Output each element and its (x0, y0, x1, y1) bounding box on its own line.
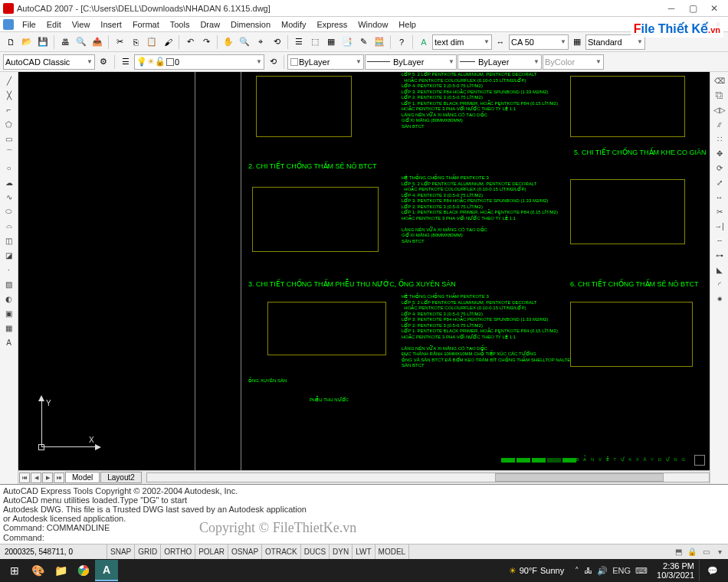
ellipse-icon[interactable]: ⬭ (2, 204, 16, 218)
menu-insert[interactable]: Insert (95, 18, 127, 31)
line-icon[interactable]: ╱ (2, 74, 16, 87)
menu-file[interactable]: File (17, 18, 41, 31)
color-combo[interactable]: ByLayer▼ (287, 54, 364, 70)
tab-layout2[interactable]: Layout2 (100, 472, 142, 483)
mtext-icon[interactable]: A (2, 335, 16, 349)
dimstyle-combo[interactable]: CA 50▼ (509, 34, 569, 50)
scale-icon[interactable]: ⤢ (713, 175, 726, 189)
explode-icon[interactable]: ✷ (713, 292, 726, 306)
communication-center-icon[interactable]: ⬒ (673, 547, 684, 557)
mdi-restore[interactable]: ❐ (697, 18, 711, 31)
toggle-osnap[interactable]: OSNAP (228, 544, 262, 559)
tab-model[interactable]: Model (65, 472, 100, 483)
zoom-realtime-icon[interactable]: 🔍 (237, 34, 252, 50)
workspace-combo[interactable]: AutoCAD Classic▼ (3, 54, 95, 70)
open-icon[interactable]: 📂 (19, 34, 34, 50)
match-properties-icon[interactable]: 🖌 (160, 34, 175, 50)
array-icon[interactable]: ∷ (713, 132, 726, 146)
linetype-combo[interactable]: ByLayer▼ (365, 54, 457, 70)
rotate-icon[interactable]: ⟳ (713, 161, 726, 175)
table-icon[interactable]: ▦ (2, 321, 16, 335)
toggle-ortho[interactable]: ORTHO (161, 544, 195, 559)
ellipse-arc-icon[interactable]: ⌓ (2, 219, 16, 233)
layer-properties-icon[interactable]: ☰ (118, 54, 133, 70)
notification-center-icon[interactable]: 💬 (699, 560, 725, 581)
fillet-icon[interactable]: ◜ (713, 277, 726, 291)
zoom-previous-icon[interactable]: ⟲ (269, 34, 284, 50)
toggle-ducs[interactable]: DUCS (301, 544, 330, 559)
command-window[interactable]: AutoCAD Express Tools Copyright © 2002-2… (0, 484, 728, 544)
help-icon[interactable]: ? (394, 34, 409, 50)
gradient-icon[interactable]: ◐ (2, 292, 16, 306)
construction-line-icon[interactable]: ╳ (2, 88, 16, 102)
menu-draw[interactable]: Draw (195, 18, 225, 31)
textstyle-combo[interactable]: text dim▼ (432, 34, 492, 50)
cut-icon[interactable]: ✂ (112, 34, 127, 50)
polyline-icon[interactable]: ⌐ (2, 103, 16, 116)
properties-icon[interactable]: ☰ (291, 34, 307, 50)
hatch-icon[interactable]: ▨ (2, 277, 16, 291)
toggle-dyn[interactable]: DYN (330, 544, 353, 559)
text-style-icon[interactable]: A (416, 34, 431, 50)
menu-dimension[interactable]: Dimension (225, 18, 276, 31)
menu-modify[interactable]: Modify (276, 18, 311, 31)
toggle-model[interactable]: MODEL (375, 544, 410, 559)
redo-icon[interactable]: ↷ (198, 34, 214, 50)
new-icon[interactable]: 🗋 (3, 34, 18, 50)
window-close[interactable]: ✕ (703, 1, 725, 16)
layer-previous-icon[interactable]: ⟲ (265, 54, 280, 70)
start-button[interactable]: ⊞ (3, 560, 26, 581)
sheet-set-icon[interactable]: 📑 (339, 34, 355, 50)
menu-edit[interactable]: Edit (41, 18, 67, 31)
spline-icon[interactable]: ∿ (2, 190, 16, 204)
tab-nav-prev[interactable]: ◀ (31, 472, 41, 483)
chamfer-icon[interactable]: ◣ (713, 263, 726, 276)
extend-icon[interactable]: →| (713, 219, 726, 233)
publish-icon[interactable]: 📤 (90, 34, 105, 50)
break-icon[interactable]: ╌ (713, 234, 726, 247)
workspace-settings-icon[interactable]: ⚙ (96, 54, 111, 70)
taskbar-chrome-icon[interactable] (72, 560, 95, 581)
offset-icon[interactable]: ⫽ (713, 117, 726, 131)
tablestyle-combo[interactable]: Standard▼ (585, 34, 645, 50)
taskbar-clock[interactable]: 2:36 PM 10/3/2021 (652, 561, 699, 580)
tab-nav-first[interactable]: ⏮ (19, 472, 30, 483)
paste-icon[interactable]: 📋 (144, 34, 159, 50)
hscroll-thumb[interactable] (495, 473, 664, 482)
taskbar-weather[interactable]: ☀ 90°F Sunny (509, 566, 565, 576)
region-icon[interactable]: ▣ (2, 306, 16, 320)
tray-network-icon[interactable]: 🖧 (584, 566, 592, 575)
menu-format[interactable]: Format (127, 18, 165, 31)
taskbar-explorer-icon[interactable]: 📁 (49, 560, 72, 581)
save-icon[interactable]: 💾 (35, 34, 51, 50)
rectangle-icon[interactable]: ▭ (2, 132, 16, 146)
tray-chevron-icon[interactable]: ˄ (575, 566, 579, 576)
move-icon[interactable]: ✥ (713, 146, 726, 160)
tool-palettes-icon[interactable]: ▦ (323, 34, 339, 50)
tray-lang[interactable]: ENG (612, 566, 631, 575)
copy-obj-icon[interactable]: ⿻ (713, 88, 726, 102)
polygon-icon[interactable]: ⬠ (2, 117, 16, 131)
zoom-window-icon[interactable]: ⌖ (253, 34, 268, 50)
stretch-icon[interactable]: ↔ (713, 190, 726, 204)
window-maximize[interactable]: ▢ (682, 1, 703, 16)
quickcalc-icon[interactable]: 🧮 (372, 34, 387, 50)
menu-express[interactable]: Express (311, 18, 353, 31)
menu-view[interactable]: View (67, 18, 96, 31)
markup-icon[interactable]: ✎ (356, 34, 371, 50)
print-preview-icon[interactable]: 🔍 (74, 34, 89, 50)
join-icon[interactable]: ⊶ (713, 248, 726, 262)
menu-window[interactable]: Window (353, 18, 393, 31)
mdi-minimize[interactable]: ─ (684, 18, 697, 31)
tray-volume-icon[interactable]: 🔊 (597, 566, 608, 576)
taskbar-autocad-icon[interactable]: A (95, 560, 118, 581)
undo-icon[interactable]: ↶ (182, 34, 198, 50)
revision-cloud-icon[interactable]: ☁ (2, 175, 16, 189)
tab-nav-last[interactable]: ⏭ (54, 472, 64, 483)
make-block-icon[interactable]: ◪ (2, 248, 16, 262)
erase-icon[interactable]: ⌫ (713, 74, 726, 87)
window-minimize[interactable]: ─ (661, 1, 682, 16)
toggle-snap[interactable]: SNAP (107, 544, 135, 559)
tab-nav-next[interactable]: ▶ (42, 472, 53, 483)
copy-icon[interactable]: ⎘ (128, 34, 143, 50)
